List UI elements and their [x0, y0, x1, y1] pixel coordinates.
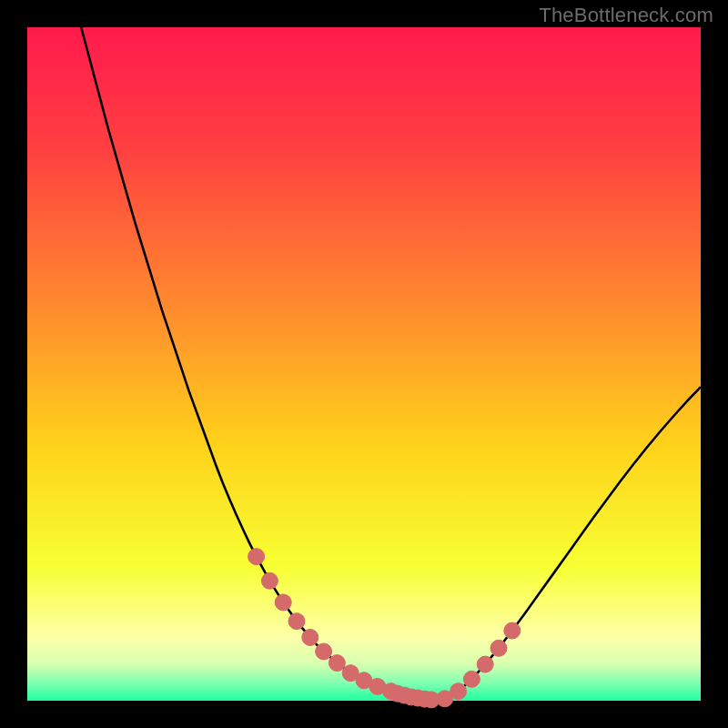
trough-marker: [248, 549, 265, 565]
watermark-text: TheBottleneck.com: [539, 4, 713, 27]
trough-marker: [450, 683, 467, 700]
plot-area: [27, 27, 701, 701]
trough-marker: [463, 671, 480, 687]
trough-marker: [477, 656, 493, 672]
trough-markers: [248, 549, 521, 708]
trough-marker: [316, 643, 332, 660]
curve-layer: [27, 27, 701, 701]
trough-marker: [261, 572, 278, 589]
trough-marker: [288, 613, 305, 630]
trough-marker: [490, 640, 507, 656]
trough-marker: [275, 594, 291, 611]
trough-marker: [329, 655, 345, 672]
outer-frame: TheBottleneck.com: [0, 0, 728, 728]
trough-marker: [302, 629, 318, 645]
trough-marker: [504, 622, 521, 639]
bottleneck-curve: [81, 27, 701, 700]
